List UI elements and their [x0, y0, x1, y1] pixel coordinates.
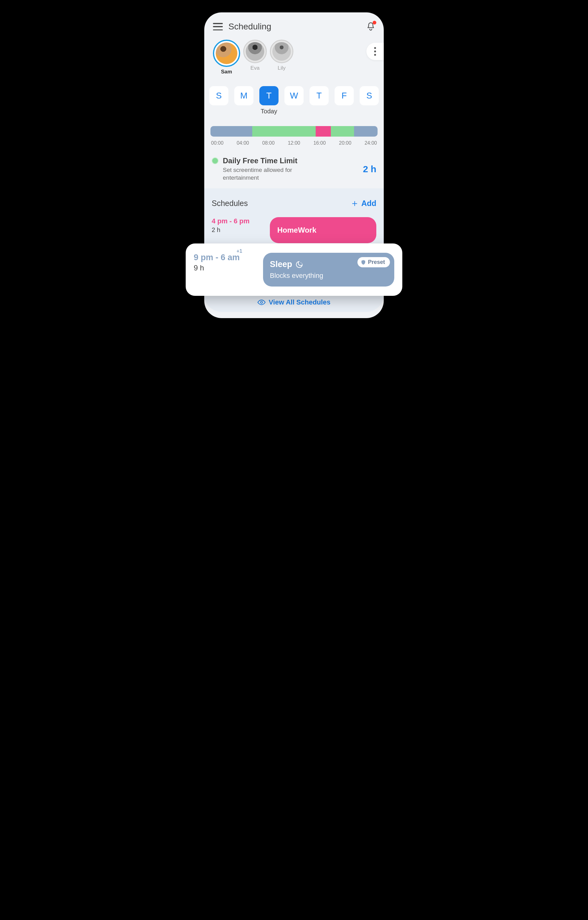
add-schedule-button[interactable]: ＋ Add	[350, 197, 376, 210]
avatar	[243, 40, 267, 63]
schedule-time: 9 pm - 6 am +1 9 h	[194, 253, 255, 287]
avatar	[270, 40, 293, 63]
profile-sam[interactable]: Sam	[213, 40, 240, 75]
app-header: Scheduling	[204, 22, 384, 32]
schedule-range-text: 9 pm - 6 am	[194, 253, 240, 262]
schedule-sleep-badge[interactable]: Preset Sleep Blocks everything	[263, 253, 394, 287]
day-thu[interactable]: T	[310, 86, 329, 105]
day-mon[interactable]: M	[234, 86, 254, 105]
profile-name: Sam	[213, 69, 240, 75]
profile-eva[interactable]: Eva	[243, 40, 267, 71]
profile-lily[interactable]: Lily	[270, 40, 293, 71]
limit-subtitle: Set screentime allowed for entertainment	[223, 166, 316, 181]
day-sun[interactable]: S	[209, 86, 228, 105]
phone-frame: Scheduling Sam Eva Lily S M T Today W	[204, 12, 384, 318]
add-label: Add	[361, 199, 376, 208]
svg-point-1	[300, 262, 301, 263]
schedule-range: 9 pm - 6 am +1	[194, 253, 240, 262]
schedule-sleep-card[interactable]: 9 pm - 6 am +1 9 h Preset Sleep Blocks e…	[186, 243, 402, 296]
schedule-duration: 9 h	[194, 264, 255, 272]
limit-text: Daily Free Time Limit Set screentime all…	[223, 156, 359, 181]
tick-label: 24:00	[365, 140, 377, 146]
notifications-button[interactable]	[367, 22, 375, 31]
svg-point-0	[260, 301, 263, 304]
schedule-subtitle: Blocks everything	[270, 272, 388, 280]
today-label: Today	[260, 108, 277, 115]
preset-label: Preset	[368, 259, 385, 266]
profile-selector: Sam Eva Lily	[204, 32, 384, 75]
day-sat[interactable]: S	[360, 86, 379, 105]
timeline-ticks: 00:00 04:00 08:00 12:00 16:00 20:00 24:0…	[210, 140, 378, 146]
daily-limit-row[interactable]: Daily Free Time Limit Set screentime all…	[204, 146, 384, 188]
limit-value: 2 h	[363, 164, 376, 174]
day-picker: S M T Today W T F S	[204, 75, 384, 115]
schedule-time: 4 pm - 6 pm 2 h	[212, 217, 264, 243]
tick-label: 16:00	[313, 140, 326, 146]
segment-free	[331, 126, 354, 137]
avatar	[213, 40, 240, 67]
day-fri[interactable]: F	[334, 86, 354, 105]
tick-label: 12:00	[288, 140, 300, 146]
free-time-dot-icon	[212, 157, 218, 164]
schedule-duration: 2 h	[212, 227, 264, 233]
schedule-name: HomeWork	[277, 226, 369, 235]
timeline-bar[interactable]	[210, 126, 378, 137]
schedule-range: 4 pm - 6 pm	[212, 217, 264, 225]
next-day-badge: +1	[236, 248, 242, 254]
profile-name: Eva	[243, 65, 267, 71]
schedules-title: Schedules	[212, 199, 248, 208]
day-timeline: 00:00 04:00 08:00 12:00 16:00 20:00 24:0…	[210, 126, 378, 146]
more-options-button[interactable]	[367, 43, 384, 60]
tick-label: 08:00	[262, 140, 275, 146]
tick-label: 00:00	[211, 140, 223, 146]
limit-title: Daily Free Time Limit	[223, 156, 359, 165]
view-all-label: View All Schedules	[269, 298, 330, 306]
schedules-header: Schedules ＋ Add	[204, 197, 384, 210]
svg-point-2	[302, 263, 302, 264]
segment-sleep	[354, 126, 378, 137]
eye-icon	[257, 298, 265, 306]
tick-label: 20:00	[339, 140, 351, 146]
segment-homework	[316, 126, 331, 137]
day-tue[interactable]: T	[259, 86, 278, 105]
profile-name: Lily	[270, 65, 293, 71]
moon-icon	[295, 261, 303, 269]
schedule-name-text: Sleep	[270, 259, 292, 269]
page-title: Scheduling	[228, 22, 361, 32]
preset-chip[interactable]: Preset	[357, 257, 390, 267]
tick-label: 04:00	[237, 140, 249, 146]
plus-icon: ＋	[350, 197, 359, 210]
day-wed[interactable]: W	[284, 86, 304, 105]
schedule-homework-badge[interactable]: HomeWork	[270, 217, 376, 243]
segment-sleep	[210, 126, 252, 137]
notification-dot	[373, 21, 376, 24]
shield-icon	[360, 259, 366, 265]
segment-free	[252, 126, 316, 137]
menu-icon[interactable]	[213, 23, 223, 30]
